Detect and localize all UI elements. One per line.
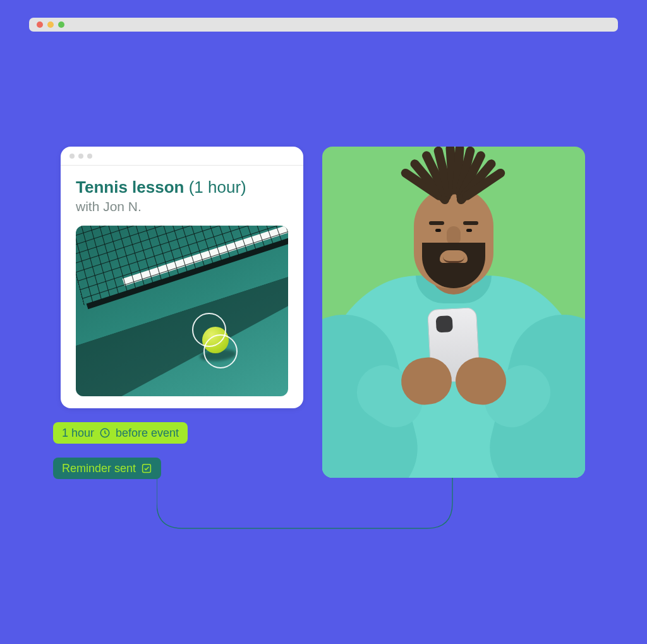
connector-line bbox=[157, 468, 460, 537]
clock-icon bbox=[99, 427, 111, 439]
check-square-icon bbox=[141, 463, 152, 474]
tennis-ball-icon bbox=[202, 327, 229, 353]
reminder-timing-badge: 1 hour before event bbox=[53, 422, 188, 444]
reminder-sent-label: Reminder sent bbox=[62, 463, 136, 474]
event-subtitle: with Jon N. bbox=[76, 199, 288, 214]
event-card-chrome bbox=[61, 147, 303, 166]
dot-icon bbox=[70, 154, 75, 159]
window-minimize-icon[interactable] bbox=[47, 21, 54, 28]
window-maximize-icon[interactable] bbox=[58, 21, 64, 28]
window-close-icon[interactable] bbox=[37, 21, 43, 28]
browser-chrome bbox=[29, 18, 618, 32]
person-illustration bbox=[322, 168, 585, 478]
event-image-tennis bbox=[76, 226, 288, 396]
reminder-sent-badge: Reminder sent bbox=[53, 458, 161, 479]
dot-icon bbox=[78, 154, 83, 159]
event-title: Tennis lesson (1 hour) bbox=[76, 177, 288, 198]
reminder-timing-prefix: 1 hour bbox=[62, 427, 94, 439]
dot-icon bbox=[87, 154, 92, 159]
svg-rect-1 bbox=[143, 465, 151, 473]
user-photo-card bbox=[322, 147, 585, 478]
event-body: Tennis lesson (1 hour) with Jon N. bbox=[61, 166, 303, 408]
reminder-timing-suffix: before event bbox=[116, 427, 179, 439]
event-title-main: Tennis lesson bbox=[76, 178, 184, 197]
event-title-duration: (1 hour) bbox=[184, 178, 246, 197]
event-card: Tennis lesson (1 hour) with Jon N. bbox=[61, 147, 303, 408]
